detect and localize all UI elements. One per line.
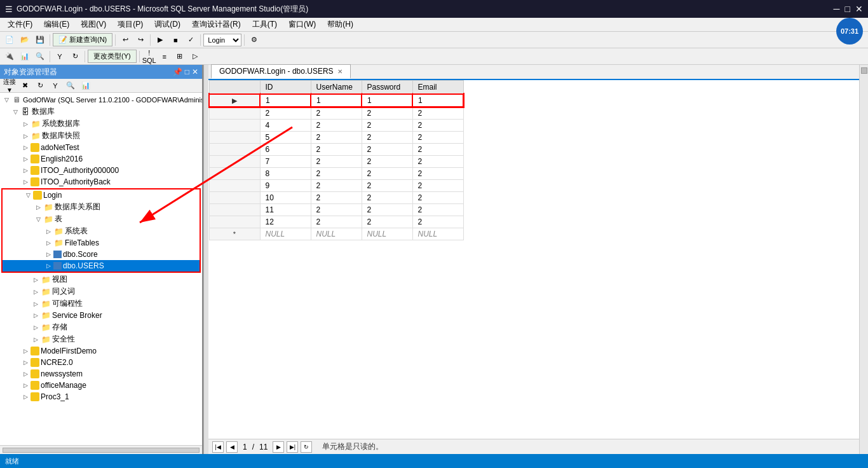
tree-english-node[interactable]: ▷ English2016	[0, 153, 202, 165]
menu-project[interactable]: 项目(P)	[112, 18, 148, 31]
tree-tables-node[interactable]: ▽ 📁 表	[3, 213, 200, 225]
tb-settings-btn[interactable]: ⚙	[247, 34, 261, 46]
new-query-button[interactable]: 📝 新建查询(N)	[53, 33, 112, 46]
nav-refresh-button[interactable]: ↻	[301, 441, 312, 453]
tree-service-broker-node[interactable]: ▷ 📁 Service Broker	[0, 310, 202, 321]
tb2-btn5[interactable]: ↻	[68, 50, 82, 63]
nav-first-button[interactable]: |◀	[212, 441, 224, 453]
tree-security-node[interactable]: ▷ 📁 安全性	[0, 333, 202, 345]
table-row[interactable]: 10222	[209, 192, 463, 204]
tb2-btn3[interactable]: 🔍	[33, 50, 47, 63]
menu-view[interactable]: 视图(V)	[76, 18, 111, 31]
cell-username[interactable]: 2	[311, 120, 362, 132]
table-row[interactable]: 7222	[209, 156, 463, 168]
cell-password[interactable]: 2	[362, 180, 412, 192]
table-row[interactable]: 12222	[209, 216, 463, 228]
database-selector[interactable]: Login	[203, 34, 241, 46]
table-row[interactable]: ▶1111	[209, 94, 463, 107]
oe-float-button[interactable]: □	[185, 67, 189, 76]
cell-email[interactable]: 1	[412, 94, 463, 107]
tree-filetables-node[interactable]: ▷ 📁 FileTables	[3, 237, 200, 249]
oe-refresh-button[interactable]: ↻	[33, 79, 47, 92]
cell-email[interactable]: 2	[412, 156, 463, 168]
cell-username[interactable]: 2	[311, 107, 362, 120]
tree-adonet-node[interactable]: ▷ adoNetTest	[0, 142, 202, 153]
tree-databases-node[interactable]: ▽ 🗄 数据库	[0, 106, 202, 118]
tb-run-btn[interactable]: ▶	[153, 34, 167, 46]
tree-news-node[interactable]: ▷ newssystem	[0, 368, 202, 380]
menu-window[interactable]: 窗口(W)	[283, 18, 321, 31]
cell-password[interactable]: 2	[362, 144, 412, 156]
cell-password[interactable]: 2	[362, 216, 412, 228]
cell-email[interactable]: 2	[412, 107, 463, 120]
oe-search-button[interactable]: 🔍	[64, 79, 78, 92]
menu-debug[interactable]: 调试(D)	[149, 18, 186, 31]
cell-password[interactable]: 2	[362, 168, 412, 180]
menu-tools[interactable]: 工具(T)	[247, 18, 282, 31]
tree-modelfirst-node[interactable]: ▷ ModelFirstDemo	[0, 345, 202, 357]
cell-email[interactable]: 2	[412, 168, 463, 180]
tree-views-node[interactable]: ▷ 📁 视图	[0, 273, 202, 286]
tb-new-btn[interactable]: 📄	[3, 34, 17, 46]
tb2-btn7[interactable]: ≡	[158, 50, 172, 63]
nav-next-button[interactable]: ▶	[273, 441, 284, 453]
tree-itoo-back-node[interactable]: ▷ ITOO_AuthorityBack	[0, 176, 202, 188]
tb2-btn8[interactable]: ⊞	[173, 50, 187, 63]
cell-id[interactable]: 11	[260, 204, 311, 216]
tree-score-node[interactable]: ▷ dbo.Score	[3, 249, 200, 260]
maximize-button[interactable]: □	[845, 4, 850, 14]
col-email-header[interactable]: Email	[412, 81, 463, 95]
table-row[interactable]: 4222	[209, 120, 463, 132]
cell-password[interactable]: 2	[362, 156, 412, 168]
tree-storage-node[interactable]: ▷ 📁 存储	[0, 321, 202, 333]
main-tab[interactable]: GODOFWAR.Login - dbo.USERS ✕	[211, 64, 351, 79]
cell-password[interactable]: 2	[362, 132, 412, 144]
menu-file[interactable]: 文件(F)	[3, 18, 37, 31]
table-row[interactable]: 5222	[209, 132, 463, 144]
cell-id[interactable]: 2	[260, 107, 311, 120]
cell-email[interactable]: 2	[412, 120, 463, 132]
nav-last-button[interactable]: ▶|	[287, 441, 298, 453]
cell-email[interactable]: NULL	[412, 228, 463, 240]
tree-snapshot-node[interactable]: ▷ 📁 数据库快照	[0, 130, 202, 142]
oe-report-button[interactable]: 📊	[79, 79, 93, 92]
tab-close-button[interactable]: ✕	[337, 68, 342, 75]
cell-username[interactable]: 2	[311, 204, 362, 216]
tb-open-btn[interactable]: 📂	[18, 34, 32, 46]
cell-email[interactable]: 2	[412, 216, 463, 228]
tb-redo-btn[interactable]: ↪	[133, 34, 147, 46]
tb2-btn2[interactable]: 📊	[18, 50, 32, 63]
cell-email[interactable]: 2	[412, 192, 463, 204]
menu-query-designer[interactable]: 查询设计器(R)	[187, 18, 246, 31]
cell-password[interactable]: NULL	[362, 228, 412, 240]
cell-username[interactable]: 1	[311, 94, 362, 107]
cell-username[interactable]: 2	[311, 192, 362, 204]
change-type-button[interactable]: 更改类型(Y)	[88, 50, 137, 63]
tree-login-node[interactable]: ▽ Login	[3, 189, 200, 201]
data-grid[interactable]: ID UserName Password Email ▶111122224222…	[208, 80, 859, 439]
cell-username[interactable]: 2	[311, 132, 362, 144]
cell-username[interactable]: 2	[311, 168, 362, 180]
tree-systables-node[interactable]: ▷ 📁 系统表	[3, 225, 200, 237]
tb-parse-btn[interactable]: ✓	[184, 34, 198, 46]
tb-undo-btn[interactable]: ↩	[118, 34, 132, 46]
tree-programmability-node[interactable]: ▷ 📁 可编程性	[0, 298, 202, 310]
cell-email[interactable]: 2	[412, 144, 463, 156]
tree-itoo-authority-node[interactable]: ▷ ITOO_Authority000000	[0, 165, 202, 176]
tree-synonyms-node[interactable]: ▷ 📁 同义词	[0, 286, 202, 298]
col-id-header[interactable]: ID	[260, 81, 311, 95]
oe-disconnect-button[interactable]: ✖	[18, 79, 32, 92]
cell-id[interactable]: 1	[260, 94, 311, 107]
oe-connect-button[interactable]: 连接▼	[3, 79, 17, 92]
cell-id[interactable]: 6	[260, 144, 311, 156]
tb2-btn9[interactable]: ▷	[188, 50, 202, 63]
tree-users-node[interactable]: ▷ dbo.USERS	[3, 260, 200, 272]
tb2-filter-btn[interactable]: Y	[53, 50, 67, 63]
hscroll-thumb[interactable]	[3, 448, 200, 453]
cell-id[interactable]: 4	[260, 120, 311, 132]
cell-username[interactable]: 2	[311, 180, 362, 192]
table-row[interactable]: 11222	[209, 204, 463, 216]
cell-email[interactable]: 2	[412, 180, 463, 192]
cell-username[interactable]: 2	[311, 216, 362, 228]
cell-id[interactable]: 7	[260, 156, 311, 168]
